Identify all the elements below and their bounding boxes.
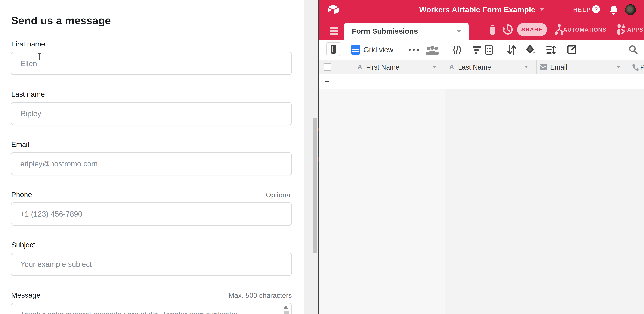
row-height-icon[interactable]: [546, 45, 556, 55]
phone-optional-note: Optional: [266, 191, 292, 199]
subject-label: Subject: [11, 241, 35, 249]
chevron-down-icon[interactable]: [540, 8, 544, 11]
automations-icon[interactable]: [554, 24, 564, 35]
phone-field-type-icon: [632, 63, 639, 71]
chevron-down-icon[interactable]: [432, 66, 437, 68]
color-icon[interactable]: [526, 45, 536, 55]
page-title: Send us a message: [11, 14, 111, 27]
help-circle-button[interactable]: ?: [592, 5, 600, 13]
phone-input[interactable]: +1 (123) 456-7890: [11, 202, 292, 225]
last-name-value: Ripley: [20, 109, 41, 118]
select-all-checkbox[interactable]: [324, 63, 331, 71]
collaborators-icon[interactable]: [426, 46, 439, 55]
textarea-scrollbar-thumb[interactable]: [284, 311, 289, 314]
sort-icon[interactable]: [507, 45, 516, 55]
phone-value: +1 (123) 456-7890: [20, 210, 82, 218]
email-field-type-icon: [540, 64, 547, 70]
chevron-down-icon[interactable]: [457, 30, 461, 33]
divider-marker: [318, 157, 320, 162]
first-name-value: Ellen: [20, 59, 37, 68]
column-separator[interactable]: [629, 60, 629, 74]
phone-label: Phone: [11, 191, 32, 199]
automations-button[interactable]: AUTOMATIONS: [563, 27, 606, 33]
menu-hamburger-icon[interactable]: [330, 27, 338, 36]
column-header-first-name[interactable]: First Name: [366, 63, 400, 71]
column-separator[interactable]: [445, 60, 445, 74]
view-sidebar-toggle-button[interactable]: [326, 42, 340, 56]
trash-icon[interactable]: [488, 24, 496, 35]
frozen-column-divider: [445, 74, 445, 314]
view-toolbar: Grid view: [320, 40, 644, 60]
view-name-button[interactable]: Grid view: [364, 46, 393, 54]
notifications-bell-icon[interactable]: [609, 6, 618, 15]
add-record-row[interactable]: +: [320, 74, 644, 89]
add-record-plus-icon[interactable]: +: [324, 76, 330, 87]
toolbar-divider: [442, 43, 442, 57]
table-tab-label: Form Submissions: [352, 27, 418, 35]
last-name-label: Last name: [11, 90, 45, 98]
airtable-panel: Workers Airtable Form Example HELP ? For…: [320, 0, 644, 314]
share-button[interactable]: SHARE: [517, 23, 547, 36]
grid-empty-area: [445, 89, 644, 314]
column-header-phone[interactable]: Phone: [640, 63, 644, 71]
help-button[interactable]: HELP: [573, 7, 591, 13]
textarea-scroll-up-icon[interactable]: [284, 305, 288, 309]
user-avatar[interactable]: [625, 4, 636, 15]
airtable-top-bars: Workers Airtable Form Example HELP ? For…: [320, 0, 644, 40]
grid-view-icon: [351, 45, 360, 55]
email-input[interactable]: eripley@nostromo.com: [11, 152, 292, 175]
history-icon[interactable]: [502, 24, 513, 35]
filter-icon[interactable]: [473, 46, 482, 55]
grid-empty-area: [320, 89, 445, 314]
subject-value: Your example subject: [20, 260, 92, 268]
grid-header-row: A First Name A Last Name Email Phone: [320, 60, 644, 74]
search-icon[interactable]: [629, 45, 638, 55]
share-button-label: SHARE: [521, 26, 543, 33]
question-mark-icon: ?: [594, 6, 598, 13]
message-label: Message: [11, 291, 40, 299]
column-header-email[interactable]: Email: [550, 63, 567, 71]
column-separator[interactable]: [536, 60, 537, 74]
hide-fields-icon[interactable]: [452, 45, 462, 55]
email-label: Email: [11, 140, 29, 149]
message-maxchars-note: Max. 500 characters: [228, 291, 292, 299]
contact-form-panel: Send us a message First name Ellen Last …: [0, 0, 304, 314]
last-name-input[interactable]: Ripley: [11, 102, 292, 125]
text-field-type-icon: A: [357, 63, 362, 71]
text-cursor-icon: [38, 53, 40, 60]
group-icon[interactable]: [484, 45, 493, 55]
table-tab-form-submissions[interactable]: Form Submissions: [344, 23, 468, 40]
column-header-last-name[interactable]: Last Name: [458, 63, 491, 71]
base-title[interactable]: Workers Airtable Form Example: [419, 5, 535, 14]
text-field-type-icon: A: [449, 63, 454, 71]
share-view-icon[interactable]: [567, 45, 577, 55]
first-name-input[interactable]: Ellen: [11, 52, 292, 75]
message-textarea[interactable]: Tenetur optio quaerat expedite vero et i…: [11, 303, 292, 314]
chevron-down-icon[interactable]: [616, 66, 621, 68]
sidebar-panel-icon: [330, 45, 336, 54]
more-options-icon[interactable]: [408, 49, 424, 51]
message-value: Tenetur optio quaerat expedite vero et i…: [20, 310, 238, 314]
page-scrollbar-thumb[interactable]: [312, 118, 318, 253]
apps-button[interactable]: APPS: [627, 27, 643, 33]
first-name-label: First name: [11, 40, 45, 48]
divider-marker: [318, 128, 320, 131]
screen: Send us a message First name Ellen Last …: [0, 0, 644, 314]
apps-icon[interactable]: [617, 24, 626, 35]
subject-input[interactable]: Your example subject: [11, 253, 292, 276]
chevron-down-icon[interactable]: [524, 66, 528, 68]
email-value: eripley@nostromo.com: [20, 160, 98, 168]
